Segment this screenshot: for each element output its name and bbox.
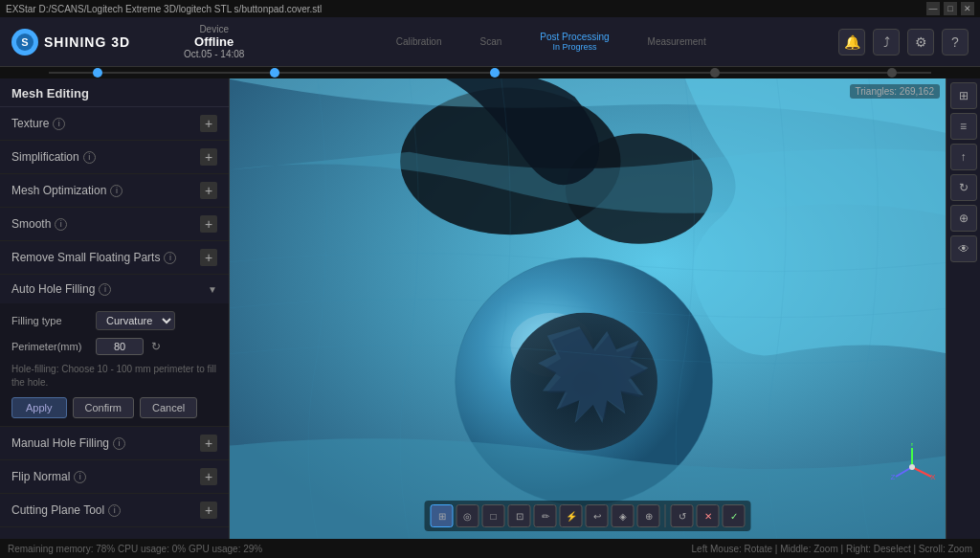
filling-type-select[interactable]: Curvature Flat Smooth	[96, 311, 175, 330]
vp-tool-fill[interactable]: ⚡	[560, 504, 583, 527]
vp-tool-add[interactable]: ⊕	[637, 504, 660, 527]
vp-tool-brush[interactable]: ✏	[534, 504, 557, 527]
texture-info-icon[interactable]: i	[53, 118, 65, 130]
mesh-optimization-info-icon[interactable]: i	[110, 185, 122, 197]
cutting-plane-row[interactable]: Cutting Plane Tool i +	[0, 494, 229, 527]
vp-tool-undo[interactable]: ↩	[586, 504, 609, 527]
help-button[interactable]: ?	[942, 29, 969, 56]
mesh-optimization-label: Mesh Optimization	[11, 184, 106, 197]
logo-icon: S	[11, 29, 38, 56]
perimeter-label: Perimeter(mm)	[11, 341, 88, 352]
triangles-count: Triangles: 269,162	[850, 84, 940, 99]
vp-tool-rotate[interactable]: ◎	[457, 504, 479, 527]
vp-tool-delete[interactable]: ✕	[697, 504, 720, 527]
nav-step-scan[interactable]: Scan	[460, 36, 521, 47]
perimeter-input[interactable]	[96, 338, 144, 355]
svg-text:Z: Z	[891, 473, 896, 481]
smooth-plus-button[interactable]: +	[200, 215, 217, 233]
svg-text:X: X	[930, 473, 936, 481]
progress-bar	[0, 67, 980, 78]
remove-small-floating-info-icon[interactable]: i	[164, 252, 176, 264]
mesh-optimization-row[interactable]: Mesh Optimization i +	[0, 174, 229, 208]
nav-step-measurement[interactable]: Measurement	[629, 36, 725, 47]
left-panel: Mesh Editing Texture i + Simplification …	[0, 78, 230, 539]
progress-track	[49, 72, 931, 74]
progress-dot-5	[887, 68, 897, 78]
close-button[interactable]: ✕	[961, 2, 974, 15]
right-tool-grid[interactable]: ⊞	[950, 82, 977, 109]
nav-step-calibration[interactable]: Calibration	[377, 36, 461, 47]
maximize-button[interactable]: □	[944, 2, 957, 15]
vp-tool-lasso[interactable]: ⊡	[508, 504, 531, 527]
auto-hole-filling-info-icon[interactable]: i	[99, 283, 111, 296]
flip-normal-info-icon[interactable]: i	[74, 471, 86, 483]
viewport-toolbar: ⊞ ◎ □ ⊡ ✏ ⚡ ↩ ◈ ⊕ ↺ ✕ ✓	[425, 501, 751, 531]
brand-name: SHINING 3D	[44, 34, 130, 50]
simplification-row[interactable]: Simplification i +	[0, 141, 229, 174]
vp-tool-special[interactable]: ◈	[612, 504, 635, 527]
texture-row[interactable]: Texture i +	[0, 107, 229, 141]
panel-title: Mesh Editing	[0, 78, 229, 107]
flip-normal-row[interactable]: Flip Normal i +	[0, 460, 229, 494]
auto-hole-filling-body: Filling type Curvature Flat Smooth Perim…	[0, 303, 229, 426]
manual-hole-filling-row[interactable]: Manual Hole Filling i +	[0, 427, 229, 460]
right-tool-zoom[interactable]: ⊕	[950, 205, 977, 232]
simplification-info-icon[interactable]: i	[83, 151, 96, 164]
titlebar: EXStar D:/SCANS/Logitech Extreme 3D/logi…	[0, 0, 980, 17]
manual-hole-filling-info-icon[interactable]: i	[113, 437, 125, 450]
main-content: Mesh Editing Texture i + Simplification …	[0, 78, 980, 539]
auto-hole-filling-label: Auto Hole Filling	[11, 282, 95, 296]
remove-small-floating-label: Remove Small Floating Parts	[11, 251, 160, 264]
mesh-optimization-plus-button[interactable]: +	[200, 182, 217, 199]
flip-normal-label: Flip Normal	[11, 470, 70, 483]
right-tool-upload[interactable]: ↑	[950, 144, 977, 170]
vp-toolbar-separator	[665, 504, 666, 527]
action-buttons-row: Apply Confirm Cancel	[11, 397, 217, 418]
settings-button[interactable]: ⚙	[907, 29, 934, 56]
right-tool-refresh[interactable]: ↻	[950, 174, 977, 201]
simplification-label: Simplification	[11, 150, 79, 164]
device-status: Offline	[184, 34, 244, 49]
3d-viewport[interactable]: Triangles: 269,162 ⊞ ◎ □ ⊡ ✏ ⚡ ↩ ◈ ⊕ ↺ ✕…	[230, 78, 946, 539]
vp-tool-select[interactable]: ⊞	[431, 504, 454, 527]
auto-hole-filling-header[interactable]: Auto Hole Filling i ▼	[0, 275, 229, 303]
top-navigation: S SHINING 3D Device Offline Oct.05 - 14:…	[0, 17, 980, 67]
nav-step-post-processing[interactable]: Post Processing In Progress	[521, 32, 628, 52]
smooth-info-icon[interactable]: i	[55, 218, 67, 231]
filling-type-row: Filling type Curvature Flat Smooth	[11, 311, 217, 330]
status-bar: Remaining memory: 78% CPU usage: 0% GPU …	[0, 539, 980, 558]
remove-small-floating-row[interactable]: Remove Small Floating Parts i +	[0, 241, 229, 275]
notification-button[interactable]: 🔔	[838, 29, 865, 56]
svg-text:S: S	[21, 36, 28, 48]
mesh-render	[230, 78, 946, 539]
cutting-plane-plus-button[interactable]: +	[200, 502, 217, 519]
right-tool-list[interactable]: ≡	[950, 113, 977, 140]
smooth-row[interactable]: Smooth i +	[0, 208, 229, 241]
memory-status: Remaining memory: 78% CPU usage: 0% GPU …	[8, 544, 262, 554]
window-controls: — □ ✕	[926, 2, 974, 15]
titlebar-title: EXStar D:/SCANS/Logitech Extreme 3D/logi…	[6, 4, 322, 14]
cancel-button[interactable]: Cancel	[140, 397, 197, 418]
manual-hole-filling-plus-button[interactable]: +	[200, 435, 217, 452]
svg-point-17	[909, 464, 915, 470]
cutting-plane-info-icon[interactable]: i	[108, 504, 121, 517]
texture-plus-button[interactable]: +	[200, 115, 217, 132]
apply-button[interactable]: Apply	[11, 397, 67, 418]
minimize-button[interactable]: —	[926, 2, 940, 15]
remove-small-floating-plus-button[interactable]: +	[200, 249, 217, 266]
simplification-plus-button[interactable]: +	[200, 148, 217, 166]
mode-hint: Left Mouse: Rotate | Middle: Zoom | Righ…	[692, 544, 972, 554]
vp-tool-confirm[interactable]: ✓	[723, 504, 746, 527]
nav-steps: Calibration Scan Post Processing In Prog…	[263, 32, 838, 52]
device-section: Device Offline Oct.05 - 14:08	[184, 24, 244, 59]
flip-normal-plus-button[interactable]: +	[200, 468, 217, 485]
vp-tool-rect[interactable]: □	[482, 504, 505, 527]
refresh-icon[interactable]: ↻	[151, 340, 161, 353]
svg-line-11	[912, 467, 931, 477]
confirm-button[interactable]: Confirm	[73, 397, 135, 418]
nav-icons: 🔔 ⤴ ⚙ ?	[838, 29, 969, 56]
perimeter-row: Perimeter(mm) ↻	[11, 338, 217, 355]
vp-tool-reset[interactable]: ↺	[671, 504, 694, 527]
right-tool-view[interactable]: 👁	[950, 235, 977, 262]
share-button[interactable]: ⤴	[873, 29, 900, 56]
